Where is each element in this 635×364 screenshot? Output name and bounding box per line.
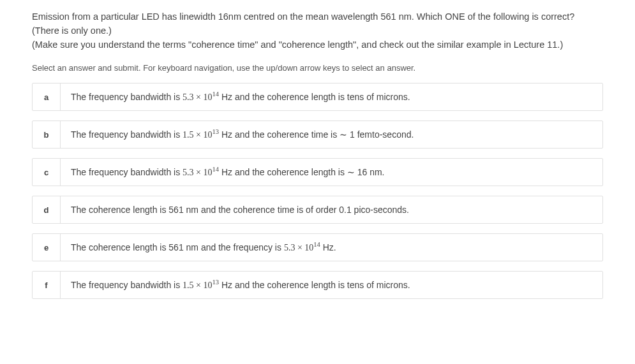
option-text-before: The coherence length is 561 nm and the c… xyxy=(71,205,409,215)
option-f[interactable]: f The frequency bandwidth is 1.5 × 1013 … xyxy=(32,271,603,299)
option-key: d xyxy=(33,196,61,223)
option-e[interactable]: e The coherence length is 561 nm and the… xyxy=(32,233,603,261)
question-text: Emission from a particular LED has linew… xyxy=(32,10,603,52)
option-text-after: Hz and the coherence length is ∼ 16 nm. xyxy=(219,167,384,177)
option-key: f xyxy=(33,272,61,298)
option-text-before: The coherence length is 561 nm and the f… xyxy=(71,242,284,252)
option-text-after: Hz and the coherence length is tens of m… xyxy=(219,92,410,102)
option-text-before: The frequency bandwidth is xyxy=(71,280,183,290)
option-text: The frequency bandwidth is 1.5 × 1013 Hz… xyxy=(61,121,602,148)
options-container: a The frequency bandwidth is 5.3 × 1014 … xyxy=(32,83,603,299)
option-d[interactable]: d The coherence length is 561 nm and the… xyxy=(32,196,603,224)
option-text-before: The frequency bandwidth is xyxy=(71,167,183,177)
option-key: a xyxy=(33,84,61,110)
question-line1: Emission from a particular LED has linew… xyxy=(32,11,574,36)
option-text: The frequency bandwidth is 1.5 × 1013 Hz… xyxy=(61,272,602,298)
option-math: 1.5 × 1013 xyxy=(183,280,219,290)
option-key: e xyxy=(33,234,61,261)
option-key: c xyxy=(33,159,61,186)
option-key: b xyxy=(33,121,61,148)
option-text-after: Hz and the coherence time is ∼ 1 femto-s… xyxy=(219,129,414,140)
option-math: 5.3 × 1014 xyxy=(183,92,219,102)
option-b[interactable]: b The frequency bandwidth is 1.5 × 1013 … xyxy=(32,120,603,149)
option-text: The frequency bandwidth is 5.3 × 1014 Hz… xyxy=(61,159,602,186)
option-c[interactable]: c The frequency bandwidth is 5.3 × 1014 … xyxy=(32,158,603,186)
instruction-text: Select an answer and submit. For keyboar… xyxy=(32,63,603,73)
option-math: 5.3 × 1014 xyxy=(183,168,219,177)
option-text: The coherence length is 561 nm and the c… xyxy=(61,196,602,223)
option-text-before: The frequency bandwidth is xyxy=(71,129,183,140)
option-a[interactable]: a The frequency bandwidth is 5.3 × 1014 … xyxy=(32,83,603,111)
option-text-before: The frequency bandwidth is xyxy=(71,92,183,102)
option-text: The coherence length is 561 nm and the f… xyxy=(61,234,602,261)
option-math: 5.3 × 1014 xyxy=(284,243,320,252)
option-text-after: Hz. xyxy=(320,242,336,252)
option-text: The frequency bandwidth is 5.3 × 1014 Hz… xyxy=(61,84,602,110)
option-text-after: Hz and the coherence length is tens of m… xyxy=(219,280,410,290)
question-line2: (Make sure you understand the terms "coh… xyxy=(32,40,563,50)
option-math: 1.5 × 1013 xyxy=(183,130,219,140)
